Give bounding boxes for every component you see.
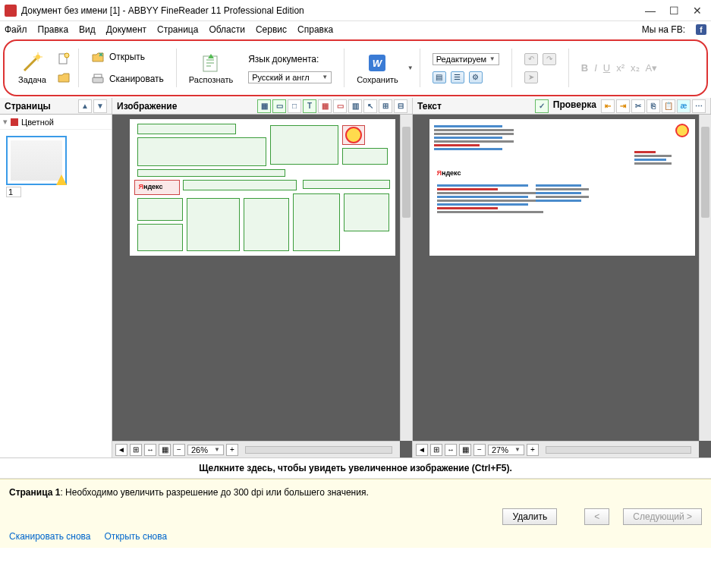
bold-button[interactable]: B — [581, 62, 588, 74]
menu-service[interactable]: Сервис — [256, 24, 287, 35]
open-doc-icon[interactable] — [57, 71, 71, 84]
next-error-icon[interactable]: ⇥ — [616, 99, 630, 113]
scanner-icon — [91, 72, 105, 86]
maximize-button[interactable]: ☐ — [669, 5, 679, 17]
grid-icon[interactable]: ▦ — [159, 444, 171, 456]
superscript-button[interactable]: x² — [616, 62, 624, 74]
nav-first-icon[interactable]: ◄ — [416, 444, 428, 456]
subscript-button[interactable]: x₂ — [631, 62, 640, 74]
open-button[interactable]: Открыть — [91, 48, 145, 66]
menu-edit[interactable]: Правка — [38, 24, 69, 35]
layout-icon-3[interactable]: ⚙ — [469, 71, 483, 83]
copy-icon[interactable]: ⎘ — [647, 99, 660, 113]
recognize-button[interactable]: Распознать — [183, 46, 239, 90]
page-down-icon[interactable]: ▼ — [93, 99, 107, 113]
italic-button[interactable]: I — [594, 62, 597, 74]
text-doc-area[interactable]: ЯЯндексндекс — [413, 115, 711, 458]
collapse-icon[interactable]: ▾ — [3, 117, 8, 127]
language-value: Русский и англ — [252, 73, 309, 82]
warning-text: : Необходимо увеличить разрешение до 300… — [60, 487, 368, 498]
close-button[interactable]: ✕ — [693, 5, 702, 17]
thumbnail-number[interactable]: 1 — [6, 187, 21, 197]
page-thumbnail[interactable] — [6, 136, 67, 185]
new-doc-icon[interactable] — [57, 52, 71, 66]
save-dropdown-icon[interactable]: ▼ — [407, 64, 414, 71]
mode-value: Редактируем — [436, 55, 486, 64]
layout-icon-2[interactable]: ☰ — [451, 71, 464, 83]
minimize-button[interactable]: — — [645, 5, 656, 17]
zoom-in-icon[interactable]: + — [527, 444, 539, 456]
menu-file[interactable]: Файл — [5, 24, 27, 35]
prev-error-icon[interactable]: ⇤ — [601, 99, 615, 113]
check-label[interactable]: Проверка — [550, 99, 599, 113]
area-rect-icon[interactable]: □ — [288, 99, 301, 113]
image-vscroll[interactable] — [400, 115, 412, 441]
fit-page-icon[interactable]: ⊞ — [130, 444, 142, 456]
page-image[interactable]: Яндекс — [130, 119, 395, 256]
facebook-icon[interactable]: f — [696, 24, 706, 35]
menu-page[interactable]: Страница — [157, 24, 198, 35]
fit-width-icon[interactable]: ↔ — [144, 444, 156, 456]
special-char-icon[interactable]: æ — [677, 99, 691, 113]
underline-button[interactable]: U — [603, 62, 610, 74]
image-bottom-bar: ◄ ⊞ ↔ ▦ − 26% ▼ + — [112, 441, 400, 458]
hint-bar[interactable]: Щелкните здесь, чтобы увидеть увеличенно… — [0, 458, 711, 479]
language-select[interactable]: Русский и англ ▼ — [248, 71, 332, 83]
nav-first-icon[interactable]: ◄ — [115, 444, 127, 456]
paste-icon[interactable]: 📋 — [662, 99, 675, 113]
layout-icon-1[interactable]: ▤ — [433, 71, 446, 83]
image-zoom-value: 26% — [191, 445, 208, 454]
menu-document[interactable]: Документ — [106, 24, 146, 35]
cut-icon[interactable]: ✂ — [631, 99, 645, 113]
mode-select[interactable]: Редактируем ▼ — [433, 53, 499, 65]
area-t-icon[interactable]: T — [303, 99, 316, 113]
page-text[interactable]: ЯЯндексндекс — [429, 119, 695, 256]
area-text-icon[interactable]: ▭ — [272, 99, 286, 113]
send-button[interactable]: ➤ — [524, 71, 538, 83]
check-icon[interactable]: ✓ — [535, 99, 549, 113]
task-button[interactable]: Задача — [12, 46, 52, 90]
warning-page-label: Страница 1 — [9, 487, 60, 498]
font-style-button[interactable]: A▾ — [646, 62, 658, 74]
page-up-icon[interactable]: ▲ — [78, 99, 92, 113]
color-mode-label[interactable]: Цветной — [21, 118, 54, 127]
open-again-link[interactable]: Открыть снова — [104, 531, 167, 542]
menu-view[interactable]: Вид — [79, 24, 96, 35]
add-area-icon[interactable]: ⊞ — [379, 99, 392, 113]
main-toolbar: Задача Открыть Сканировать Распознать Яз… — [3, 39, 708, 96]
scan-again-link[interactable]: Сканировать снова — [9, 531, 90, 542]
folder-open-icon — [91, 50, 105, 64]
yandex-logo-icon — [675, 124, 689, 137]
menu-areas[interactable]: Области — [209, 24, 245, 35]
text-zoom-select[interactable]: 27% ▼ — [488, 445, 524, 455]
scan-button[interactable]: Сканировать — [91, 70, 164, 88]
area-recognize-icon[interactable]: ▦ — [257, 99, 271, 113]
save-button[interactable]: W Сохранить — [351, 46, 404, 90]
remove-area-icon[interactable]: ⊟ — [394, 99, 407, 113]
delete-button[interactable]: Удалить — [502, 508, 557, 525]
zoom-in-icon[interactable]: + — [226, 444, 238, 456]
fit-width-icon[interactable]: ↔ — [445, 444, 457, 456]
app-icon — [5, 5, 17, 17]
next-button[interactable]: Следующий > — [623, 508, 702, 525]
image-zoom-select[interactable]: 26% ▼ — [187, 445, 224, 455]
menu-help[interactable]: Справка — [297, 24, 333, 35]
undo-button[interactable]: ↶ — [524, 53, 538, 65]
pointer-icon[interactable]: ↖ — [363, 99, 377, 113]
area-table-icon[interactable]: ▦ — [318, 99, 332, 113]
task-label: Задача — [18, 75, 46, 84]
options-icon[interactable]: ⋯ — [692, 99, 706, 113]
text-zoom-value: 27% — [492, 445, 508, 454]
redo-button[interactable]: ↷ — [543, 53, 556, 65]
zoom-out-icon[interactable]: − — [173, 444, 185, 456]
fit-page-icon[interactable]: ⊞ — [430, 444, 442, 456]
grid-icon[interactable]: ▦ — [459, 444, 471, 456]
svg-point-0 — [36, 55, 40, 59]
area-bg-icon[interactable]: ▥ — [348, 99, 362, 113]
area-pic-icon[interactable]: ▭ — [333, 99, 347, 113]
zoom-out-icon[interactable]: − — [473, 444, 486, 456]
image-doc-area[interactable]: Яндекс — [112, 115, 412, 458]
yandex-text: ЯЯндексндекс — [437, 171, 461, 175]
text-vscroll[interactable] — [699, 115, 711, 441]
prev-button[interactable]: < — [584, 508, 609, 525]
